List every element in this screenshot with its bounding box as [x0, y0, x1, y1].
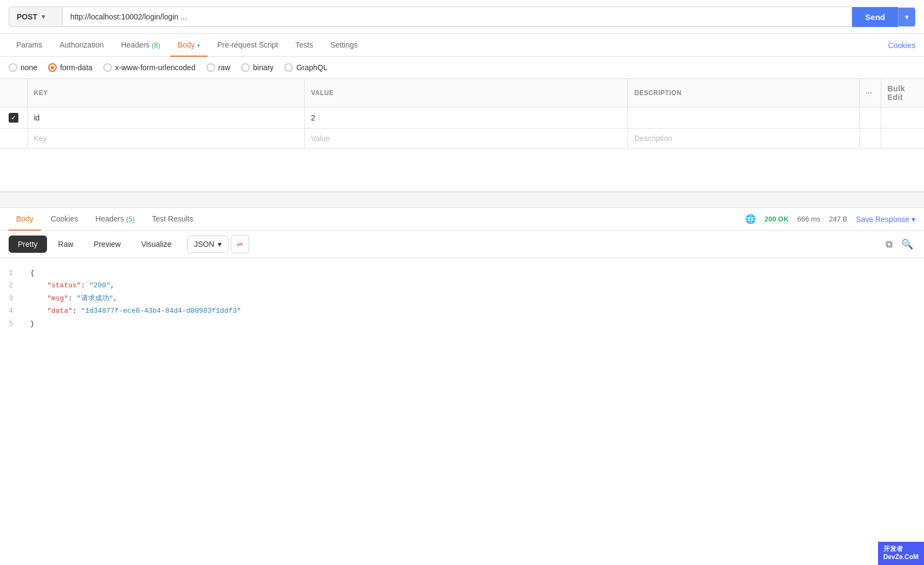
- code-colon-2: :: [68, 294, 77, 302]
- json-format-label: JSON: [194, 240, 214, 248]
- tab-headers[interactable]: Headers (8): [113, 34, 168, 57]
- code-val-status: "200": [89, 281, 110, 290]
- wrap-button[interactable]: ⇌: [231, 235, 249, 253]
- tab-params[interactable]: Params: [9, 34, 50, 57]
- cookies-link[interactable]: Cookies: [888, 35, 915, 56]
- response-size: 247 B: [829, 215, 847, 223]
- radio-urlencoded[interactable]: x-www-form-urlencoded: [103, 63, 196, 72]
- tab-tests[interactable]: Tests: [288, 34, 321, 57]
- response-tab-cookies[interactable]: Cookies: [43, 208, 86, 231]
- three-dots-icon[interactable]: ···: [866, 89, 873, 97]
- mid-separator: [0, 192, 924, 208]
- row1-bulk-cell: [881, 107, 924, 129]
- format-raw-button[interactable]: Raw: [49, 236, 83, 253]
- radio-raw-label: raw: [218, 63, 231, 72]
- row1-value-cell[interactable]: 2: [304, 107, 628, 129]
- json-format-select[interactable]: JSON ▾: [187, 236, 228, 253]
- code-val-data: "1d34877f-ece8-43b4-84d4-d80983f1ddf3": [81, 307, 241, 315]
- row1-key-cell[interactable]: id: [27, 107, 304, 129]
- line-num-1: 1: [9, 267, 13, 279]
- code-line-1: {: [30, 267, 915, 279]
- search-icon: 🔍: [901, 239, 913, 250]
- radio-binary-label: binary: [253, 63, 273, 72]
- radio-form-data-label: form-data: [60, 63, 92, 72]
- save-response-button[interactable]: Save Response ▾: [856, 215, 915, 224]
- tab-settings[interactable]: Settings: [323, 34, 365, 57]
- line-num-2: 2: [9, 279, 13, 292]
- wrap-icon: ⇌: [237, 240, 243, 248]
- code-comma-2: ,: [113, 294, 117, 302]
- row2-value-cell[interactable]: Value: [304, 129, 628, 149]
- response-tab-body[interactable]: Body: [9, 208, 41, 231]
- save-response-label: Save Response: [856, 215, 909, 224]
- row1-check-cell[interactable]: ✓: [0, 107, 27, 129]
- row2-desc-cell[interactable]: Description: [628, 129, 860, 149]
- url-input[interactable]: [63, 6, 852, 27]
- response-time: 666 ms: [798, 215, 821, 223]
- response-tabs: Body Cookies Headers (5) Test Results 🌐 …: [0, 208, 924, 231]
- tab-authorization[interactable]: Authorization: [52, 34, 111, 57]
- radio-binary[interactable]: binary: [241, 63, 273, 72]
- params-table: KEY VALUE DESCRIPTION ··· Bulk Edit ✓ id: [0, 79, 924, 149]
- code-line-5: }: [30, 318, 915, 330]
- table-row: ✓ id 2: [0, 107, 924, 129]
- format-preview-button[interactable]: Preview: [85, 236, 130, 253]
- row2-value-placeholder: Value: [311, 134, 330, 143]
- body-dot: ●: [197, 43, 199, 48]
- code-area: 1 2 3 4 5 { "status": "200", "msg": "请求成…: [0, 258, 924, 339]
- tab-pre-request[interactable]: Pre-request Script: [210, 34, 286, 57]
- radio-form-data[interactable]: form-data: [48, 63, 92, 72]
- row2-key-cell[interactable]: Key: [27, 129, 304, 149]
- radio-binary-circle: [241, 63, 250, 72]
- code-line-2: "status": "200",: [30, 279, 915, 292]
- row2-check-cell[interactable]: [0, 129, 27, 149]
- format-pretty-button[interactable]: Pretty: [9, 236, 47, 253]
- send-dropdown-button[interactable]: ▾: [898, 8, 915, 26]
- code-line-4: "data": "1d34877f-ece8-43b4-84d4-d80983f…: [30, 305, 915, 317]
- save-response-chevron: ▾: [912, 215, 915, 224]
- checkbox-checked-icon[interactable]: ✓: [9, 113, 18, 123]
- format-toolbar: Pretty Raw Preview Visualize JSON ▾ ⇌ ⧉ …: [0, 231, 924, 258]
- row2-bulk-cell: [881, 129, 924, 149]
- search-button[interactable]: 🔍: [899, 236, 915, 252]
- send-button[interactable]: Send: [852, 7, 898, 27]
- format-visualize-button[interactable]: Visualize: [132, 236, 180, 253]
- response-tab-test-results[interactable]: Test Results: [144, 208, 200, 231]
- send-button-group: Send ▾: [852, 7, 915, 27]
- toolbar-right: ⧉ 🔍: [883, 236, 915, 252]
- radio-none[interactable]: none: [9, 63, 37, 72]
- bulk-edit-label[interactable]: Bulk Edit: [888, 84, 905, 102]
- json-format-chevron: ▾: [218, 240, 222, 248]
- method-select[interactable]: POST ▾: [9, 6, 63, 27]
- chevron-down-icon: ▾: [42, 13, 45, 21]
- col-bulk-edit[interactable]: Bulk Edit: [881, 79, 924, 107]
- radio-graphql[interactable]: GraphQL: [284, 63, 327, 72]
- col-options: ···: [859, 79, 881, 107]
- row1-options-cell: [859, 107, 881, 129]
- line-num-3: 3: [9, 292, 13, 305]
- line-numbers: 1 2 3 4 5: [0, 267, 22, 330]
- globe-icon: 🌐: [745, 214, 756, 224]
- tab-body[interactable]: Body ●: [170, 34, 207, 57]
- code-line-3: "msg": "请求成功",: [30, 292, 915, 305]
- code-content: { "status": "200", "msg": "请求成功", "data"…: [22, 267, 924, 330]
- code-val-msg: "请求成功": [77, 294, 113, 302]
- col-description: DESCRIPTION: [628, 79, 860, 107]
- response-tab-headers[interactable]: Headers (5): [88, 208, 143, 231]
- code-colon-1: :: [81, 281, 90, 290]
- radio-none-label: none: [21, 63, 37, 72]
- code-key-data: "data": [47, 307, 72, 315]
- empty-area: [0, 149, 924, 192]
- radio-urlencoded-label: x-www-form-urlencoded: [115, 63, 196, 72]
- code-key-msg: "msg": [47, 294, 68, 302]
- code-key-status: "status": [47, 281, 81, 290]
- radio-graphql-label: GraphQL: [296, 63, 327, 72]
- row1-desc-cell[interactable]: [628, 107, 860, 129]
- radio-raw[interactable]: raw: [206, 63, 231, 72]
- col-value: VALUE: [304, 79, 628, 107]
- row2-key-placeholder: Key: [34, 134, 47, 143]
- row1-key-value: id: [34, 113, 40, 122]
- method-label: POST: [17, 12, 37, 21]
- code-comma-1: ,: [110, 281, 115, 290]
- copy-button[interactable]: ⧉: [883, 237, 895, 252]
